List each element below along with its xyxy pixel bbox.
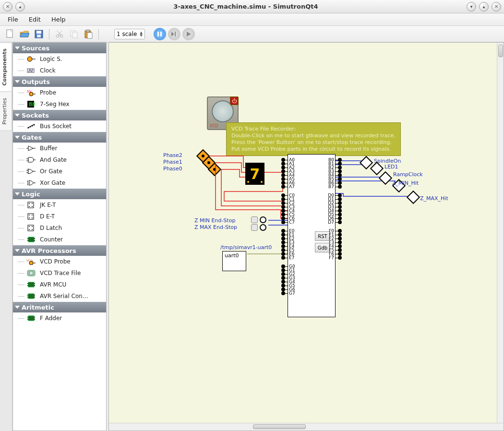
phase2-label: Phase2: [163, 152, 182, 158]
probe-zmax-hit[interactable]: [407, 191, 420, 204]
canvas-viewport[interactable]: VCD ⏻ VCD Trace File Recorder: Double-Cl…: [109, 43, 504, 423]
menu-edit[interactable]: Edit: [24, 15, 46, 24]
svg-rect-61: [27, 240, 28, 241]
component-label: D E-T: [40, 213, 55, 220]
copy-button[interactable]: [68, 28, 80, 40]
category-header[interactable]: Logic: [13, 189, 106, 199]
component-label: Clock: [40, 67, 56, 74]
svg-point-50: [29, 215, 30, 216]
open-file-button[interactable]: [18, 28, 31, 40]
scale-spinner[interactable]: ▲▼: [140, 31, 142, 37]
scale-selector[interactable]: 1 scale ▲▼: [114, 29, 145, 39]
component-item[interactable]: Or Gate: [13, 166, 106, 177]
menu-help[interactable]: Help: [47, 15, 71, 24]
component-item[interactable]: AVR Serial Con…: [13, 290, 106, 302]
component-label: D Latch: [40, 225, 62, 231]
chevron-down-icon: [15, 192, 20, 195]
uart-terminal[interactable]: uart0: [222, 251, 246, 271]
category-header[interactable]: Aritmetic: [13, 302, 106, 312]
category-header[interactable]: Outputs: [13, 76, 106, 87]
close-button[interactable]: ✕: [492, 2, 501, 12]
mcu-pin-F7[interactable]: F7: [328, 255, 342, 260]
schematic-canvas[interactable]: VCD ⏻ VCD Trace File Recorder: Double-Cl…: [109, 43, 504, 423]
mcu-pin-C7[interactable]: C7: [281, 220, 296, 225]
avr-mcu[interactable]: RST Gdb A0A1A2A3A4A5A6A7C0C1C2C3C4C5C6C7…: [288, 154, 336, 317]
component-item[interactable]: F Adder: [13, 312, 106, 324]
scissors-icon: [55, 30, 64, 38]
probe-rampclock[interactable]: [379, 171, 392, 185]
app-menu-button[interactable]: ✕: [3, 2, 12, 12]
minimize-button[interactable]: ▾: [467, 2, 476, 12]
toolbar: 1 scale ▲▼: [0, 26, 504, 42]
category-header[interactable]: Sockets: [13, 110, 106, 120]
mcu-pin-D7[interactable]: D7: [327, 220, 342, 225]
svg-rect-76: [27, 297, 28, 298]
component-item[interactable]: JK E-T: [13, 199, 106, 211]
category-title: Logic: [22, 191, 40, 198]
component-item[interactable]: Xor Gate: [13, 177, 106, 189]
side-tab-components[interactable]: Components: [0, 42, 12, 92]
component-panel[interactable]: SourcesLogic S.ClockOutputs5VProbe887-Se…: [12, 42, 107, 431]
z-max-endstop-button[interactable]: [251, 224, 258, 231]
canvas-horizontal-scrollbar[interactable]: [109, 423, 504, 431]
seven-seg-display[interactable]: 7: [245, 163, 264, 185]
component-item[interactable]: Clock: [13, 65, 106, 76]
category-header[interactable]: Sources: [13, 43, 106, 53]
component-item[interactable]: VCD Trace File: [13, 267, 106, 279]
svg-rect-82: [34, 317, 35, 318]
side-tab-properties[interactable]: Properties: [0, 92, 12, 131]
cut-button[interactable]: [53, 28, 66, 40]
svg-marker-18: [171, 32, 174, 36]
sim-pause-button[interactable]: [154, 28, 166, 40]
svg-point-65: [29, 261, 33, 265]
category-header[interactable]: Gates: [13, 132, 106, 143]
component-item[interactable]: VCDVCD Probe: [13, 256, 106, 267]
vcd-power-button[interactable]: ⏻: [230, 96, 239, 105]
shade-button[interactable]: ▴: [15, 2, 25, 12]
z-min-endstop-button[interactable]: [251, 216, 258, 223]
component-label: F Adder: [40, 315, 62, 322]
hscroll-thumb[interactable]: [253, 424, 306, 429]
sim-step-button[interactable]: [168, 28, 180, 40]
category-header[interactable]: AVR Processors: [13, 245, 106, 256]
tooltip-title: VCD Trace File Recorder:: [231, 126, 396, 132]
canvas-vertical-scrollbar[interactable]: [497, 43, 504, 423]
mcu-pin-E7[interactable]: E7: [281, 255, 295, 260]
paste-button[interactable]: [82, 28, 95, 40]
component-item[interactable]: Logic S.: [13, 53, 106, 65]
component-item[interactable]: AVR MCU: [13, 279, 106, 290]
component-item[interactable]: Buffer: [13, 143, 106, 154]
open-folder-icon: [20, 30, 29, 38]
svg-point-25: [29, 92, 33, 96]
component-item[interactable]: Counter: [13, 234, 106, 245]
menu-file[interactable]: File: [3, 15, 23, 24]
component-item[interactable]: D E-T: [13, 211, 106, 222]
main-area: Components Properties SourcesLogic S.Clo…: [0, 42, 504, 431]
new-file-icon: [6, 29, 14, 39]
save-button[interactable]: [33, 28, 45, 40]
svg-rect-75: [27, 295, 28, 296]
mcu-pin-G7[interactable]: G7: [281, 291, 296, 296]
zmax-hit-label: Z_MAX_Hit: [420, 195, 448, 202]
component-item[interactable]: Bus Socket: [13, 120, 106, 132]
sim-play-button[interactable]: [182, 28, 195, 40]
mcu-pin-A7[interactable]: A7: [281, 184, 296, 189]
svg-rect-72: [34, 283, 35, 284]
svg-marker-20: [187, 32, 191, 36]
component-item[interactable]: And Gate: [13, 154, 106, 166]
component-item[interactable]: 887-Seg Hex: [13, 98, 106, 110]
maximize-button[interactable]: ▴: [479, 2, 489, 12]
vscroll-thumb[interactable]: [498, 45, 503, 57]
svg-rect-83: [34, 319, 35, 320]
mcu-pin-B7[interactable]: B7: [327, 184, 342, 189]
chevron-down-icon: [15, 114, 20, 117]
component-item[interactable]: 5VProbe: [13, 87, 106, 98]
z-min-endstop-label: Z MIN End-Stop: [194, 217, 235, 224]
pin-label: D7: [327, 220, 335, 225]
pin-dot-icon: [281, 220, 285, 224]
category-title: Outputs: [22, 78, 50, 85]
svg-point-45: [29, 203, 30, 204]
new-file-button[interactable]: [4, 28, 16, 40]
component-item[interactable]: D Latch: [13, 222, 106, 234]
svg-line-9: [58, 31, 62, 36]
